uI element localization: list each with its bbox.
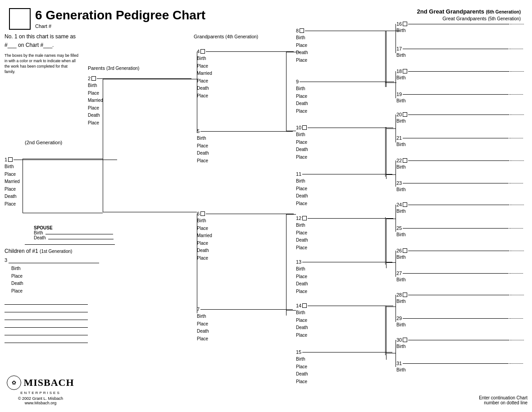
gen5-label: Great Grandparents (5th Generation) [417, 16, 521, 21]
vc-8-9 [386, 31, 386, 87]
h-9-left [385, 82, 396, 83]
person-19: 19 Birth [396, 92, 523, 105]
person-12: 12 Birth Place Death Place [296, 215, 393, 252]
person-20: 20 Birth [396, 112, 524, 125]
vc-10-11-x855 [385, 127, 386, 177]
person-23: 23 Birth [396, 180, 523, 194]
children-section: Children of #1 (1st Generation) 3 Birth … [5, 248, 99, 344]
hc-7-main [286, 310, 296, 311]
logo-icon: ✿ [7, 375, 21, 390]
vc-14-15-x855 [385, 306, 386, 355]
vc-12-13-x855 [385, 217, 386, 265]
hc-5-main [286, 131, 296, 131]
vc-12-13 [386, 219, 386, 268]
person-22: 22 Birth [396, 158, 524, 171]
page: 6 Generation Pedigree Chart Chart # 2nd … [0, 0, 532, 412]
person-1: 1 Birth Place Married Place Death Place [5, 157, 117, 208]
h-8-left [385, 31, 396, 31]
hc-3-6 [103, 212, 197, 212]
hc-1-2-top [23, 159, 103, 159]
hc-4-main [286, 52, 296, 52]
gen6-label: 2nd Great Grandparents (6th Generation) [417, 8, 521, 15]
vc-8-9-x855 [385, 31, 386, 85]
person-31: 31 Birth [396, 361, 523, 374]
vc-1-bracket [23, 159, 23, 213]
person-21: 21 Birth [396, 135, 523, 149]
logo-copyright: © 2002 Grant L. Misbach [5, 396, 77, 401]
hc-11-22 [386, 174, 396, 175]
vc-16-17 [396, 24, 396, 53]
chart-box [9, 8, 31, 30]
gen2nd-label: (2nd Generation) [25, 140, 62, 145]
person-16: 16 Birth [396, 21, 524, 35]
hc-13-26 [386, 262, 396, 263]
person-2: 2 Birth Place Married Place Death Place [88, 76, 191, 127]
vc-24-25 [396, 205, 396, 232]
person-26: 26 Birth [396, 248, 524, 261]
vc-4-5-bracket [197, 52, 197, 133]
vc-6-7 [286, 214, 286, 316]
vc-26-27 [396, 251, 396, 277]
person-14: 14 Birth Place Death Place [296, 303, 393, 339]
person-18: 18 Birth [396, 69, 524, 82]
vc-14-15 [386, 306, 386, 360]
vc-2-3-bracket [103, 79, 103, 212]
continuation-note: Enter continuation Chart number on dotte… [479, 395, 527, 405]
hc-10-20 [386, 128, 396, 129]
person-7: 7 Birth Place Death Place [197, 307, 293, 343]
logo-enterprises: ENTERPRISES [5, 391, 77, 395]
person-13: 13 Birth Place Death Place [296, 259, 392, 295]
person-6: 6 Birth Place Married Place Death Place [197, 211, 294, 262]
person-8: 8 Birth Place Death Place [296, 28, 395, 64]
person-29: 29 Birth [396, 316, 523, 329]
person-10: 10 Birth Place Death Place [296, 125, 393, 161]
note-text: The boxes by the male names may be fille… [5, 53, 79, 75]
person-30: 30 Birth [396, 337, 524, 351]
hc-6-main [286, 214, 296, 215]
vc-22-23 [396, 160, 396, 187]
person-27: 27 Birth [396, 270, 523, 284]
vc-28-29 [396, 295, 396, 322]
person-4: 4 Birth Place Married Place Death Place [197, 49, 294, 100]
hc-2-4 [103, 79, 197, 79]
hc-12-24 [386, 219, 396, 219]
vc-4-5 [286, 52, 286, 131]
left-info: No. 1 on this chart is same as #___ on C… [5, 32, 79, 75]
hc-15-30 [386, 353, 396, 353]
page-title: 6 Generation Pedigree Chart [35, 8, 205, 23]
logo-url: www.Misbach.org [5, 401, 77, 405]
gen-parents-label: Parents (3rd Generation) [88, 65, 139, 71]
spouse-area: SPOUSE Birth Death [25, 225, 115, 246]
person-9: 9 Birth Place Death Place [296, 79, 394, 115]
logo-name: MISBACH [23, 377, 74, 389]
person-25: 25 Birth [396, 225, 523, 239]
no1-text: No. 1 on this chart is same as #___ on C… [5, 32, 79, 50]
person-28: 28 Birth [396, 292, 524, 306]
vc-6-7-bracket [197, 214, 197, 313]
vc-30-31 [396, 340, 396, 367]
hc-1-3-bot [23, 213, 103, 213]
person-17: 17 Birth [396, 46, 523, 60]
person-5: 5 Birth Place Death Place [197, 128, 293, 165]
person-11: 11 Birth Place Death Place [296, 171, 392, 207]
vc-18-19 [396, 71, 396, 98]
chart-number: Chart # [35, 23, 205, 29]
person-15: 15 Birth Place Death Place [296, 349, 392, 385]
vc-10-11 [386, 127, 386, 179]
hc-14-28 [386, 307, 396, 307]
gen-grandparents-label: Grandparents (4th Generation) [194, 34, 258, 39]
logo-area: ✿ MISBACH ENTERPRISES © 2002 Grant L. Mi… [5, 375, 77, 405]
person-24: 24 Birth [396, 202, 524, 215]
